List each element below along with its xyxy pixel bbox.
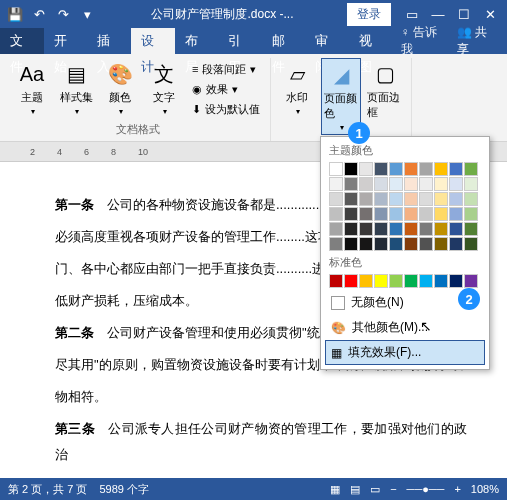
color-swatch[interactable]	[374, 162, 388, 176]
view-web-icon[interactable]: ▭	[370, 483, 380, 496]
color-swatch[interactable]	[374, 237, 388, 251]
color-swatch[interactable]	[389, 222, 403, 236]
fonts-button[interactable]: 文 文字▾	[144, 58, 184, 118]
color-swatch[interactable]	[344, 237, 358, 251]
color-swatch[interactable]	[434, 237, 448, 251]
color-swatch[interactable]	[359, 192, 373, 206]
tab-design[interactable]: 设计	[131, 28, 175, 54]
color-swatch[interactable]	[419, 192, 433, 206]
color-swatch[interactable]	[374, 207, 388, 221]
color-swatch[interactable]	[329, 222, 343, 236]
tab-insert[interactable]: 插入	[87, 28, 131, 54]
color-swatch[interactable]	[419, 207, 433, 221]
color-swatch[interactable]	[449, 237, 463, 251]
color-swatch[interactable]	[419, 237, 433, 251]
color-swatch[interactable]	[344, 274, 358, 288]
color-swatch[interactable]	[449, 222, 463, 236]
word-count[interactable]: 5989 个字	[99, 482, 149, 497]
color-swatch[interactable]	[359, 237, 373, 251]
view-read-icon[interactable]: ▤	[350, 483, 360, 496]
color-swatch[interactable]	[329, 192, 343, 206]
color-swatch[interactable]	[404, 237, 418, 251]
color-swatch[interactable]	[389, 192, 403, 206]
paragraph-spacing-button[interactable]: ≡ 段落间距▾	[192, 60, 260, 78]
color-swatch[interactable]	[344, 207, 358, 221]
tab-view[interactable]: 视图	[349, 28, 393, 54]
color-swatch[interactable]	[344, 222, 358, 236]
color-swatch[interactable]	[434, 222, 448, 236]
color-swatch[interactable]	[434, 274, 448, 288]
page-indicator[interactable]: 第 2 页，共 7 页	[8, 482, 87, 497]
color-swatch[interactable]	[374, 222, 388, 236]
color-swatch[interactable]	[449, 207, 463, 221]
style-sets-button[interactable]: ▤ 样式集▾	[56, 58, 96, 118]
color-swatch[interactable]	[419, 162, 433, 176]
watermark-button[interactable]: ▱ 水印▾	[277, 58, 317, 118]
zoom-out-icon[interactable]: −	[390, 483, 396, 495]
color-swatch[interactable]	[449, 177, 463, 191]
color-swatch[interactable]	[374, 274, 388, 288]
tab-mailings[interactable]: 邮件	[262, 28, 306, 54]
color-swatch[interactable]	[404, 207, 418, 221]
color-swatch[interactable]	[404, 177, 418, 191]
color-swatch[interactable]	[434, 207, 448, 221]
color-swatch[interactable]	[464, 222, 478, 236]
save-icon[interactable]: 💾	[4, 3, 26, 25]
color-swatch[interactable]	[464, 162, 478, 176]
zoom-level[interactable]: 108%	[471, 483, 499, 495]
color-swatch[interactable]	[419, 222, 433, 236]
color-swatch[interactable]	[374, 192, 388, 206]
login-button[interactable]: 登录	[347, 3, 391, 26]
color-swatch[interactable]	[389, 237, 403, 251]
color-swatch[interactable]	[389, 274, 403, 288]
effects-button[interactable]: ◉ 效果▾	[192, 80, 260, 98]
color-swatch[interactable]	[434, 162, 448, 176]
color-swatch[interactable]	[449, 192, 463, 206]
fill-effects-item[interactable]: ▦ 填充效果(F)...	[325, 340, 485, 365]
themes-button[interactable]: Aa 主题▾	[12, 58, 52, 118]
color-swatch[interactable]	[389, 207, 403, 221]
color-swatch[interactable]	[344, 162, 358, 176]
color-swatch[interactable]	[434, 192, 448, 206]
undo-icon[interactable]: ↶	[28, 3, 50, 25]
more-colors-item[interactable]: 🎨 其他颜色(M)...	[325, 315, 485, 340]
share-button[interactable]: 👥 共享	[445, 24, 507, 58]
set-default-button[interactable]: ⬇ 设为默认值	[192, 100, 260, 118]
tab-home[interactable]: 开始	[44, 28, 88, 54]
color-swatch[interactable]	[359, 207, 373, 221]
color-swatch[interactable]	[329, 207, 343, 221]
tab-review[interactable]: 审阅	[305, 28, 349, 54]
color-swatch[interactable]	[464, 192, 478, 206]
color-swatch[interactable]	[359, 274, 373, 288]
color-swatch[interactable]	[344, 192, 358, 206]
color-swatch[interactable]	[434, 177, 448, 191]
color-swatch[interactable]	[359, 162, 373, 176]
color-swatch[interactable]	[404, 162, 418, 176]
color-swatch[interactable]	[449, 162, 463, 176]
color-swatch[interactable]	[359, 222, 373, 236]
tab-layout[interactable]: 布局	[175, 28, 219, 54]
color-swatch[interactable]	[404, 192, 418, 206]
colors-button[interactable]: 🎨 颜色▾	[100, 58, 140, 118]
color-swatch[interactable]	[404, 274, 418, 288]
color-swatch[interactable]	[449, 274, 463, 288]
color-swatch[interactable]	[329, 237, 343, 251]
color-swatch[interactable]	[374, 177, 388, 191]
qat-customize-icon[interactable]: ▾	[76, 3, 98, 25]
color-swatch[interactable]	[389, 162, 403, 176]
color-swatch[interactable]	[464, 207, 478, 221]
color-swatch[interactable]	[329, 162, 343, 176]
color-swatch[interactable]	[344, 177, 358, 191]
tab-file[interactable]: 文件	[0, 28, 44, 54]
color-swatch[interactable]	[389, 177, 403, 191]
color-swatch[interactable]	[329, 177, 343, 191]
redo-icon[interactable]: ↷	[52, 3, 74, 25]
color-swatch[interactable]	[404, 222, 418, 236]
color-swatch[interactable]	[329, 274, 343, 288]
color-swatch[interactable]	[464, 177, 478, 191]
color-swatch[interactable]	[359, 177, 373, 191]
page-borders-button[interactable]: ▢ 页面边框	[365, 58, 405, 122]
zoom-in-icon[interactable]: +	[454, 483, 460, 495]
zoom-slider[interactable]: ──●──	[407, 483, 445, 495]
tell-me-search[interactable]: ♀ 告诉我	[401, 24, 445, 58]
